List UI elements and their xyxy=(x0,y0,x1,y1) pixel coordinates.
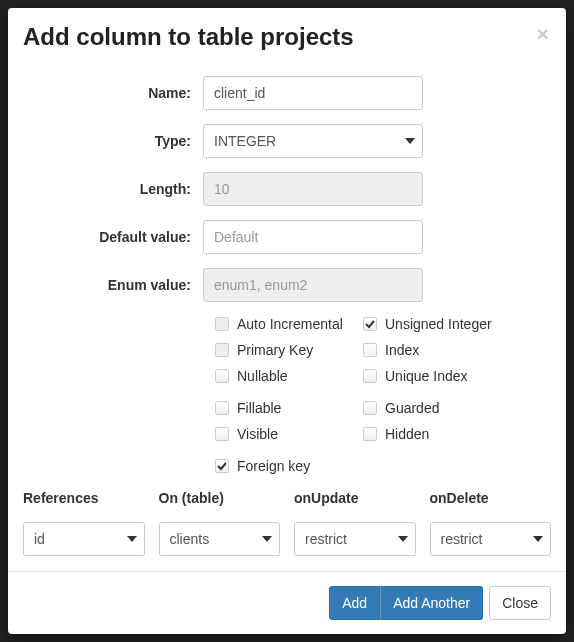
label-length: Length: xyxy=(23,181,203,197)
check-label: Index xyxy=(385,342,419,358)
check-label: Visible xyxy=(237,426,278,442)
label-name: Name: xyxy=(23,85,203,101)
checks-area: Auto Incremental Unsigned Integer Primar… xyxy=(23,316,551,474)
check-unique-index[interactable]: Unique Index xyxy=(363,368,523,384)
enum-value-input xyxy=(203,268,423,302)
modal-body: Name: Type: INTEGER Length: Default valu… xyxy=(8,66,566,571)
foreign-key-section: References On (table) onUpdate onDelete … xyxy=(23,490,551,556)
modal-header: Add column to table projects × xyxy=(8,8,566,66)
check-label: Guarded xyxy=(385,400,439,416)
type-select[interactable]: INTEGER xyxy=(203,124,423,158)
check-fillable[interactable]: Fillable xyxy=(215,400,355,416)
label-enum-value: Enum value: xyxy=(23,277,203,293)
fk-header-on-table: On (table) xyxy=(159,490,281,506)
default-value-input[interactable] xyxy=(203,220,423,254)
fk-header-references: References xyxy=(23,490,145,506)
fk-on-update-select[interactable]: restrict xyxy=(294,522,416,556)
name-input[interactable] xyxy=(203,76,423,110)
check-unsigned-integer[interactable]: Unsigned Integer xyxy=(363,316,523,332)
check-label: Foreign key xyxy=(237,458,310,474)
modal-title: Add column to table projects xyxy=(23,23,354,51)
close-icon[interactable]: × xyxy=(535,23,551,44)
check-label: Primary Key xyxy=(237,342,313,358)
fk-header-on-update: onUpdate xyxy=(294,490,416,506)
row-type: Type: INTEGER xyxy=(23,124,551,158)
row-default: Default value: xyxy=(23,220,551,254)
add-another-button[interactable]: Add Another xyxy=(380,586,483,620)
check-nullable[interactable]: Nullable xyxy=(215,368,355,384)
check-label: Auto Incremental xyxy=(237,316,343,332)
modal-footer: Add Add Another Close xyxy=(8,571,566,634)
check-guarded[interactable]: Guarded xyxy=(363,400,523,416)
label-default-value: Default value: xyxy=(23,229,203,245)
fk-header-on-delete: onDelete xyxy=(430,490,552,506)
row-length: Length: xyxy=(23,172,551,206)
check-auto-incremental: Auto Incremental xyxy=(215,316,355,332)
check-hidden[interactable]: Hidden xyxy=(363,426,523,442)
label-type: Type: xyxy=(23,133,203,149)
check-label: Nullable xyxy=(237,368,288,384)
fk-references-select[interactable]: id xyxy=(23,522,145,556)
check-foreign-key[interactable]: Foreign key xyxy=(215,458,415,474)
length-input xyxy=(203,172,423,206)
check-visible[interactable]: Visible xyxy=(215,426,355,442)
check-index[interactable]: Index xyxy=(363,342,523,358)
close-button[interactable]: Close xyxy=(489,586,551,620)
fk-on-table-select[interactable]: clients xyxy=(159,522,281,556)
check-label: Unique Index xyxy=(385,368,468,384)
check-label: Fillable xyxy=(237,400,281,416)
fk-on-delete-select[interactable]: restrict xyxy=(430,522,552,556)
add-button[interactable]: Add xyxy=(329,586,380,620)
check-label: Unsigned Integer xyxy=(385,316,492,332)
check-label: Hidden xyxy=(385,426,429,442)
check-primary-key: Primary Key xyxy=(215,342,355,358)
modal-add-column: Add column to table projects × Name: Typ… xyxy=(8,8,566,634)
row-name: Name: xyxy=(23,76,551,110)
row-enum: Enum value: xyxy=(23,268,551,302)
